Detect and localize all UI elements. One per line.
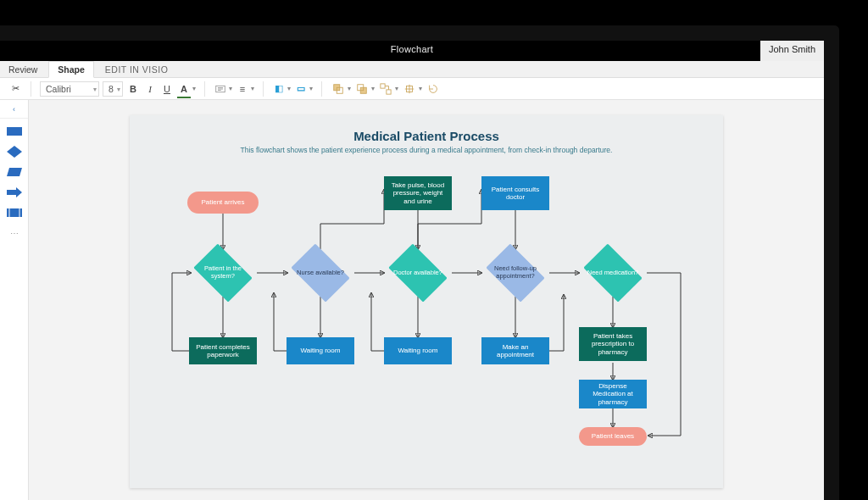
shape-toolbar: Calibri 8 B I U A ▾ ▾ ▾ ▾ ▾ ▾ <box>0 78 824 100</box>
send-backward-button[interactable] <box>354 81 370 97</box>
tab-review[interactable]: Review <box>0 62 46 77</box>
collapse-panel-icon[interactable]: ‹ <box>0 105 28 119</box>
size-position-button[interactable] <box>402 81 417 97</box>
svg-marker-9 <box>7 146 22 158</box>
node-decision-patient-in-system[interactable]: Patient in the system? <box>189 249 257 297</box>
node-label: Patient in the system? <box>193 265 253 280</box>
node-label: Doctor available? <box>393 269 442 277</box>
shape-stencil-more[interactable]: ⋯ <box>4 225 25 241</box>
bold-button[interactable]: B <box>126 81 140 97</box>
node-process-dispense[interactable]: Dispense Medication at pharmacy <box>579 380 647 408</box>
node-label: Waiting room <box>398 347 438 354</box>
tab-shape[interactable]: Shape <box>48 61 94 78</box>
svg-marker-10 <box>7 168 22 176</box>
svg-marker-11 <box>7 187 22 197</box>
node-decision-followup[interactable]: Need follow-up appointment? <box>481 249 549 297</box>
node-label: Need follow-up appointment? <box>486 265 545 280</box>
node-process-make-appointment[interactable]: Make an appointment <box>481 337 549 364</box>
outline-button[interactable] <box>294 81 308 97</box>
node-label: Patient arrives <box>201 198 244 206</box>
document-title: Flowchart <box>391 44 433 54</box>
fill-button[interactable] <box>272 81 286 97</box>
node-end[interactable]: Patient leaves <box>579 427 647 446</box>
node-label: Patient completes paperwork <box>192 343 253 358</box>
align-button[interactable] <box>236 81 249 97</box>
font-size-combo[interactable]: 8 <box>103 81 123 97</box>
svg-rect-8 <box>7 127 22 136</box>
node-label: Patient leaves <box>592 432 634 440</box>
shape-stencil-process[interactable] <box>4 124 25 139</box>
node-label: Patient consults doctor <box>485 186 546 201</box>
rotate-button[interactable] <box>426 81 441 97</box>
monitor-bezel: Flowchart John Smith Review Shape EDIT I… <box>0 25 839 500</box>
node-decision-doctor-available[interactable]: Doctor available? <box>384 249 452 297</box>
separator <box>31 81 31 97</box>
font-color-dropdown-icon[interactable]: ▾ <box>192 85 196 92</box>
dropdown-icon[interactable]: ▾ <box>251 85 254 92</box>
dropdown-icon[interactable]: ▾ <box>395 85 398 92</box>
bring-forward-button[interactable] <box>331 81 346 97</box>
shape-stencil-data[interactable] <box>4 164 25 180</box>
node-label: Patient takes prescription to pharmacy <box>582 332 643 356</box>
node-decision-need-medication[interactable]: Need medication? <box>579 249 647 297</box>
node-process-paperwork[interactable]: Patient completes paperwork <box>189 337 257 364</box>
font-color-button[interactable]: A <box>177 81 191 97</box>
node-label: Need medication? <box>587 269 638 277</box>
group-button[interactable] <box>378 81 393 97</box>
node-process-waiting-room-1[interactable]: Waiting room <box>287 337 354 364</box>
canvas[interactable]: Medical Patient Process This flowchart s… <box>29 100 824 500</box>
node-start[interactable]: Patient arrives <box>187 192 259 214</box>
page[interactable]: Medical Patient Process This flowchart s… <box>130 115 723 488</box>
shape-stencil-arrow[interactable] <box>4 185 25 200</box>
font-family-combo[interactable]: Calibri <box>40 81 99 97</box>
shape-stencil-subprocess[interactable] <box>4 205 25 220</box>
node-label: Make an appointment <box>485 343 546 358</box>
node-decision-nurse-available[interactable]: Nurse available? <box>287 249 354 297</box>
node-process-prescription[interactable]: Patient takes prescription to pharmacy <box>579 327 647 361</box>
node-process-consult[interactable]: Patient consults doctor <box>481 176 549 210</box>
dropdown-icon[interactable]: ▾ <box>371 85 375 92</box>
separator <box>263 81 264 97</box>
underline-button[interactable]: U <box>160 81 174 97</box>
tab-edit-in-visio[interactable]: EDIT IN VISIO <box>97 62 177 77</box>
separator <box>321 81 322 97</box>
node-process-waiting-room-2[interactable]: Waiting room <box>384 337 452 364</box>
separator <box>204 81 205 97</box>
dropdown-icon[interactable]: ▾ <box>419 85 422 92</box>
app-screen: Flowchart John Smith Review Shape EDIT I… <box>0 41 824 500</box>
dropdown-icon[interactable]: ▾ <box>229 85 232 92</box>
text-block-button[interactable] <box>214 81 227 97</box>
svg-rect-6 <box>387 89 391 93</box>
italic-button[interactable]: I <box>143 81 157 97</box>
cut-button[interactable] <box>8 81 22 97</box>
user-chip[interactable]: John Smith <box>760 41 824 61</box>
dropdown-icon[interactable]: ▾ <box>309 85 313 92</box>
node-label: Take pulse, blood pressure, weight and u… <box>387 181 448 205</box>
node-label: Dispense Medication at pharmacy <box>582 382 643 406</box>
shape-stencil-decision[interactable] <box>4 144 25 159</box>
title-bar: Flowchart John Smith <box>0 41 824 61</box>
shape-panel: ‹ ⋯ <box>0 100 29 500</box>
node-label: Nurse available? <box>297 269 344 277</box>
svg-rect-5 <box>381 83 385 87</box>
node-label: Waiting room <box>301 347 341 354</box>
dropdown-icon[interactable]: ▾ <box>287 85 291 92</box>
ribbon-tabs: Review Shape EDIT IN VISIO <box>0 61 824 78</box>
node-process-vitals[interactable]: Take pulse, blood pressure, weight and u… <box>384 176 452 210</box>
dropdown-icon[interactable]: ▾ <box>348 85 351 92</box>
